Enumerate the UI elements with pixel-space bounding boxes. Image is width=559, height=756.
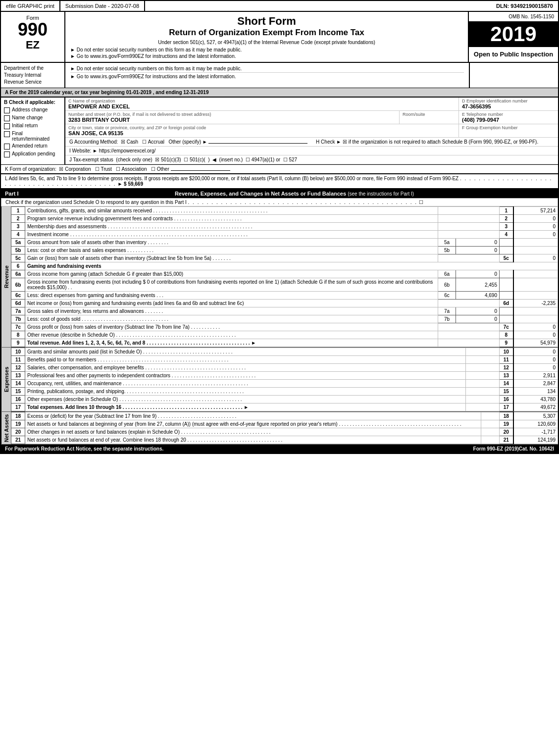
cb-initial-icon bbox=[4, 123, 10, 129]
line-desc: Contributions, gifts, grants, and simila… bbox=[25, 207, 438, 215]
line-ref: 5a bbox=[438, 239, 456, 247]
check-dots: . . . . . . . . . . . . . . . . . . . . … bbox=[188, 200, 418, 205]
revenue-row: 6dNet income or (loss) from gaming and f… bbox=[11, 300, 558, 307]
group-block: F Group Exemption Number bbox=[459, 124, 558, 137]
year-box: 2019 bbox=[469, 22, 558, 47]
line-desc: Net assets or fund balances at end of ye… bbox=[25, 436, 481, 444]
footer-form-ref: Form 990-EZ (2019) bbox=[473, 446, 519, 452]
expense-row: 10Grants and similar amounts paid (list … bbox=[11, 348, 558, 356]
tot-amt bbox=[513, 315, 558, 323]
cb-amended-label: Amended return bbox=[12, 143, 48, 149]
line-ref bbox=[465, 372, 499, 380]
tot-num: 19 bbox=[500, 420, 513, 428]
cb-app-icon bbox=[4, 151, 10, 157]
tot-num bbox=[500, 292, 513, 300]
revenue-row: 8Other revenue (describe in Schedule O) … bbox=[11, 331, 558, 339]
cb-amended-icon bbox=[4, 144, 10, 150]
j-label: J Tax-exempt status bbox=[69, 157, 113, 162]
l-text: L Add lines 5b, 6c, and 7b to line 9 to … bbox=[5, 176, 458, 181]
expenses-side-label: Expenses bbox=[1, 348, 11, 411]
address-row: Number and street (or P.O. box, if mail … bbox=[65, 111, 558, 124]
other-label: Other (specify) ► bbox=[168, 139, 207, 145]
line-ref bbox=[465, 364, 499, 372]
line-desc: Grants and similar amounts paid (list in… bbox=[25, 348, 466, 356]
line-ref: 6a bbox=[438, 270, 456, 278]
line-num: 20 bbox=[11, 428, 25, 436]
group-label: F Group Exemption Number bbox=[462, 125, 555, 130]
tot-amt: 0 bbox=[513, 331, 558, 339]
accrual-cb: ☐ bbox=[142, 139, 147, 145]
form-header: Form 990 EZ Short Form Return of Organiz… bbox=[1, 12, 558, 63]
line-desc: Professional fees and other payments to … bbox=[25, 372, 466, 380]
cb-final-return: Final return/terminated bbox=[4, 131, 61, 142]
line-num: 13 bbox=[11, 372, 25, 380]
net-assets-side-label: Net Assets bbox=[1, 412, 11, 444]
line-desc: Total expenses. Add lines 10 through 16 … bbox=[25, 403, 466, 411]
phone-label: E Telephone number bbox=[462, 112, 555, 117]
net-asset-row: 21Net assets or fund balances at end of … bbox=[11, 436, 558, 444]
line-desc: Other revenue (describe in Schedule O) .… bbox=[25, 331, 438, 339]
line-desc: Gross profit or (loss) from sales of inv… bbox=[25, 323, 438, 331]
g-label: G Accounting Method: bbox=[69, 139, 118, 145]
tot-amt: 0 bbox=[513, 254, 558, 262]
part1-header: Part I Revenue, Expenses, and Changes in… bbox=[1, 189, 558, 198]
line-ref bbox=[481, 428, 499, 436]
top-bar: efile GRAPHIC print Submission Date - 20… bbox=[1, 1, 558, 12]
tot-amt: 2,847 bbox=[513, 380, 558, 388]
inner-amount: 0 bbox=[456, 239, 500, 247]
cb-final-label: Final return/terminated bbox=[12, 131, 61, 142]
line-desc: Program service revenue including govern… bbox=[25, 215, 438, 223]
name-row: C Name of organization EMPOWER AND EXCEL… bbox=[65, 98, 558, 111]
cb-app-label: Application pending bbox=[12, 151, 55, 156]
tot-num: 20 bbox=[500, 428, 513, 436]
corp-label: Corporation bbox=[65, 166, 91, 172]
accounting-row: G Accounting Method: ☒ Cash ☐ Accrual Ot… bbox=[65, 138, 558, 147]
line-desc: Less: cost or other basis and sales expe… bbox=[25, 247, 438, 254]
line-ref bbox=[465, 396, 499, 403]
ein-value: 47-3656395 bbox=[462, 103, 555, 109]
line-num: 12 bbox=[11, 364, 25, 372]
tot-num: 9 bbox=[500, 339, 513, 347]
footer-paperwork: For Paperwork Reduction Act Notice, see … bbox=[5, 446, 163, 452]
line-desc: Excess or (deficit) for the year (Subtra… bbox=[25, 412, 481, 420]
footer-bar: For Paperwork Reduction Act Notice, see … bbox=[1, 445, 558, 453]
cb-address-label: Address change bbox=[12, 107, 48, 112]
form-title-main: Short Form bbox=[70, 15, 463, 28]
line-num: 11 bbox=[11, 356, 25, 364]
form-number-block: Form 990 EZ bbox=[1, 12, 65, 62]
expense-row: 12Salaries, other compensation, and empl… bbox=[11, 364, 558, 372]
city-label: City or town, state or province, country… bbox=[68, 125, 456, 130]
tot-amt bbox=[513, 278, 558, 292]
i-label: I Website: ► bbox=[69, 148, 98, 153]
room-label: Room/suite bbox=[403, 112, 456, 117]
revenue-row: 4Investment income . . . . . . . . . . .… bbox=[11, 231, 558, 239]
revenue-row: 6aGross income from gaming (attach Sched… bbox=[11, 270, 558, 278]
accrual-label: Accrual bbox=[148, 139, 164, 145]
check-note: Check if the organization used Schedule … bbox=[1, 198, 558, 206]
tot-num: 8 bbox=[500, 331, 513, 339]
org-fields: C Name of organization EMPOWER AND EXCEL… bbox=[65, 98, 558, 164]
line-num: 5c bbox=[11, 254, 25, 262]
city-value: SAN JOSE, CA 95135 bbox=[68, 130, 456, 136]
cb-application-pending: Application pending bbox=[4, 151, 61, 157]
line-desc: Total revenue. Add lines 1, 2, 3, 4, 5c,… bbox=[25, 339, 438, 347]
tot-amt: 54,979 bbox=[513, 339, 558, 347]
tot-amt: 124,199 bbox=[513, 436, 558, 444]
submission-date-label: Submission Date - 2020-07-08 bbox=[60, 1, 145, 11]
tot-num bbox=[500, 239, 513, 247]
tot-amt: 0 bbox=[513, 356, 558, 364]
tot-amt: 49,672 bbox=[513, 403, 558, 411]
line-ref bbox=[481, 436, 499, 444]
line-desc: Net income or (loss) from gaming and fun… bbox=[25, 300, 438, 307]
line-num: 6b bbox=[11, 278, 25, 292]
tot-amt: 0 bbox=[513, 231, 558, 239]
line-ref bbox=[465, 388, 499, 396]
line-num: 5a bbox=[11, 239, 25, 247]
expense-row: 13Professional fees and other payments t… bbox=[11, 372, 558, 380]
net-asset-row: 19Net assets or fund balances at beginni… bbox=[11, 420, 558, 428]
h-label: H Check ► bbox=[316, 139, 341, 145]
form-number: 990 bbox=[18, 21, 48, 39]
tot-amt: -1,717 bbox=[513, 428, 558, 436]
line-desc: Benefits paid to or for members . . . . … bbox=[25, 356, 466, 364]
tot-amt: 134 bbox=[513, 388, 558, 396]
